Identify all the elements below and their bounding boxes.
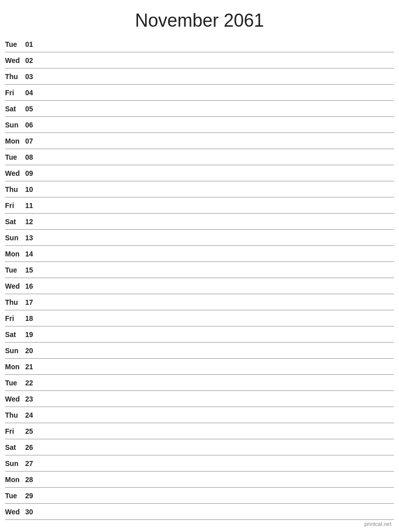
day-row: Mon14 (5, 246, 394, 262)
day-line (39, 189, 394, 189)
day-number: 17 (25, 298, 39, 306)
day-name: Tue (5, 266, 25, 274)
day-name: Sun (5, 459, 25, 468)
day-number: 15 (25, 266, 39, 274)
day-number: 27 (25, 459, 39, 468)
day-line (39, 60, 394, 60)
day-name: Wed (5, 395, 25, 403)
day-number: 04 (25, 89, 39, 97)
day-name: Tue (5, 379, 25, 387)
day-number: 06 (25, 121, 39, 129)
day-row: Sun27 (5, 455, 394, 472)
day-name: Fri (5, 89, 25, 97)
day-number: 10 (25, 185, 39, 193)
day-row: Wed30 (5, 504, 394, 520)
day-name: Thu (5, 73, 25, 81)
day-number: 25 (25, 427, 39, 435)
day-line (39, 141, 394, 141)
day-row: Mon28 (5, 472, 394, 488)
page-title: November 2061 (0, 0, 399, 36)
day-row: Thu24 (5, 407, 394, 423)
day-row: Tue01 (5, 36, 394, 52)
day-line (39, 92, 394, 93)
day-row: Sun13 (5, 230, 394, 246)
day-number: 26 (25, 443, 39, 451)
day-name: Thu (5, 298, 25, 306)
day-name: Mon (5, 476, 25, 484)
day-line (39, 350, 394, 351)
day-row: Sat19 (5, 326, 394, 343)
day-name: Sat (5, 105, 25, 113)
day-line (39, 253, 394, 254)
day-line (39, 286, 394, 286)
day-row: Fri18 (5, 310, 394, 326)
day-row: Sun20 (5, 343, 394, 359)
day-name: Tue (5, 153, 25, 161)
day-number: 21 (25, 363, 39, 371)
day-row: Fri04 (5, 85, 394, 101)
day-name: Wed (5, 56, 25, 64)
day-line (39, 398, 394, 399)
day-row: Sun06 (5, 117, 394, 133)
day-name: Wed (5, 169, 25, 177)
day-line (39, 382, 394, 383)
day-line (39, 237, 394, 238)
day-line (39, 76, 394, 77)
day-name: Thu (5, 411, 25, 419)
calendar-container: Tue01Wed02Thu03Fri04Sat05Sun06Mon07Tue08… (0, 36, 399, 520)
day-number: 16 (25, 282, 39, 290)
day-number: 13 (25, 234, 39, 242)
day-number: 03 (25, 73, 39, 81)
day-line (39, 108, 394, 109)
day-number: 02 (25, 56, 39, 64)
day-number: 09 (25, 169, 39, 177)
day-number: 24 (25, 411, 39, 419)
day-line (39, 431, 394, 431)
day-name: Fri (5, 427, 25, 435)
day-line (39, 495, 394, 496)
day-name: Sat (5, 443, 25, 451)
day-line (39, 124, 394, 125)
day-row: Mon07 (5, 133, 394, 149)
day-name: Sun (5, 121, 25, 129)
day-row: Wed16 (5, 278, 394, 294)
day-number: 11 (25, 202, 39, 210)
day-number: 01 (25, 40, 39, 48)
day-name: Fri (5, 202, 25, 210)
day-number: 23 (25, 395, 39, 403)
day-line (39, 205, 394, 206)
day-row: Thu10 (5, 181, 394, 197)
day-number: 05 (25, 105, 39, 113)
day-number: 19 (25, 330, 39, 339)
day-name: Tue (5, 492, 25, 500)
day-number: 14 (25, 250, 39, 258)
day-line (39, 173, 394, 173)
day-line (39, 270, 394, 270)
day-line (39, 447, 394, 447)
day-row: Mon21 (5, 359, 394, 375)
day-number: 18 (25, 314, 39, 322)
day-name: Mon (5, 250, 25, 258)
day-row: Wed09 (5, 165, 394, 181)
day-number: 29 (25, 492, 39, 500)
day-row: Tue08 (5, 149, 394, 165)
day-row: Sat05 (5, 101, 394, 117)
day-line (39, 479, 394, 480)
day-row: Tue15 (5, 262, 394, 278)
day-number: 08 (25, 153, 39, 161)
day-line (39, 463, 394, 463)
day-number: 22 (25, 379, 39, 387)
day-name: Wed (5, 508, 25, 516)
day-name: Sun (5, 347, 25, 355)
day-row: Wed23 (5, 391, 394, 407)
day-line (39, 302, 394, 302)
day-name: Sun (5, 234, 25, 242)
day-number: 12 (25, 218, 39, 226)
day-line (39, 511, 394, 512)
day-name: Wed (5, 282, 25, 290)
footer-label: printcal.net (364, 521, 391, 527)
day-name: Fri (5, 314, 25, 322)
day-name: Tue (5, 40, 25, 48)
day-number: 28 (25, 476, 39, 484)
day-name: Mon (5, 137, 25, 145)
